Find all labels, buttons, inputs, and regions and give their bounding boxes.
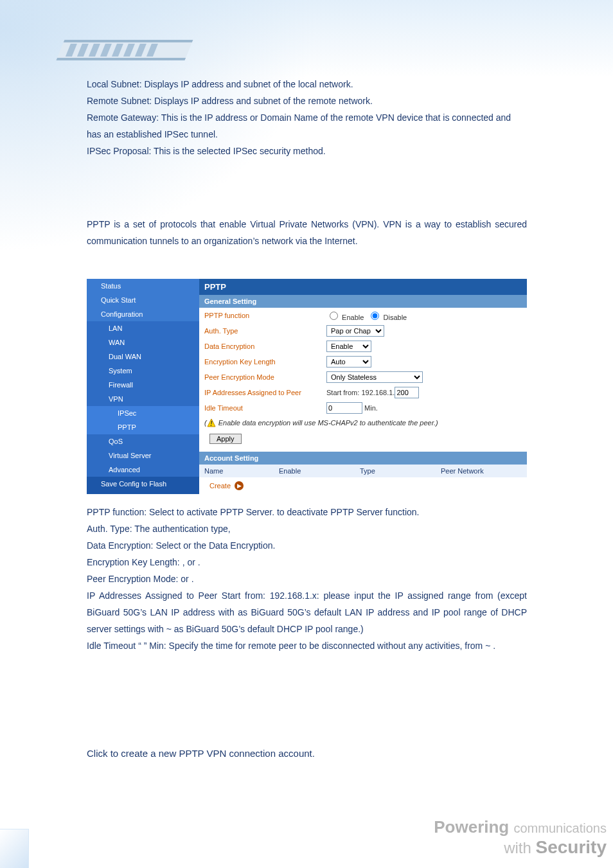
ip-assigned-label: IP Addresses Assigned to Peer	[204, 389, 326, 396]
section-title: PPTP	[199, 279, 527, 295]
text-fragment: Data Encryption: Select	[87, 540, 183, 551]
text-block-field-explanations: PPTP function: Select to activate PPTP S…	[87, 504, 527, 654]
ip-assigned-prefix: Start from: 192.168.1.	[326, 389, 395, 396]
peer-encryption-mode-label: Peer Encryption Mode	[204, 373, 326, 381]
sidebar-item-dual-wan[interactable]: Dual WAN	[87, 350, 199, 364]
text-fragment: as BiGuard 50G’s default DHCP IP pool ra…	[174, 624, 364, 634]
auth-type-label: Auth. Type	[204, 327, 326, 335]
brand-logo	[40, 37, 207, 73]
text-remote-subnet: Remote Subnet: Displays IP address and s…	[87, 93, 527, 109]
text-fragment: Idle Timeout “ ” Min: Specify the time f…	[87, 641, 485, 651]
text-fragment: or	[181, 574, 191, 584]
text-fragment: ~	[485, 641, 493, 651]
sidebar-item-vpn[interactable]: VPN	[87, 392, 199, 406]
auth-type-select[interactable]: Pap or Chap	[326, 325, 384, 337]
col-peer-network: Peer Network	[436, 465, 527, 477]
warning-icon: !	[207, 418, 216, 427]
pptp-config-panel: StatusQuick StartConfigurationLANWANDual…	[87, 279, 527, 494]
text-fragment: .	[493, 641, 495, 651]
text-fragment: or	[187, 557, 197, 567]
encryption-key-length-label: Encryption Key Length	[204, 358, 326, 366]
sidebar-nav: StatusQuick StartConfigurationLANWANDual…	[87, 279, 199, 494]
text-block-definitions: Local Subnet: Displays IP address and su…	[87, 76, 527, 159]
data-encryption-select[interactable]: Enable	[326, 341, 371, 352]
idle-timeout-label: Idle Timeout	[204, 404, 326, 412]
sidebar-item-wan[interactable]: WAN	[87, 335, 199, 350]
encryption-key-length-select[interactable]: Auto	[326, 356, 371, 368]
svg-rect-1	[64, 40, 193, 42]
ip-assigned-input[interactable]	[395, 387, 419, 398]
idle-timeout-unit: Min.	[364, 404, 378, 412]
text-fragment: Encryption Key Length:	[87, 557, 182, 567]
general-setting-header: General Setting	[199, 295, 527, 308]
col-name: Name	[199, 465, 274, 477]
text-fragment: the Data Encryption.	[194, 540, 276, 551]
sidebar-item-virtual-server[interactable]: Virtual Server	[87, 448, 199, 463]
sidebar-item-quick-start[interactable]: Quick Start	[87, 293, 199, 307]
text-remote-gateway: Remote Gateway: This is the IP address o…	[87, 109, 527, 143]
idle-timeout-input[interactable]	[326, 402, 362, 414]
brand-tagline: Powering communications with Security	[434, 817, 607, 858]
account-table-header: Name Enable Type Peer Network	[199, 465, 527, 477]
sidebar-item-advanced[interactable]: Advanced	[87, 463, 199, 477]
col-enable: Enable	[274, 465, 355, 477]
data-encryption-label: Data Encryption	[204, 342, 326, 350]
pptp-function-label: PPTP function	[204, 312, 326, 319]
sidebar-item-lan[interactable]: LAN	[87, 321, 199, 335]
sidebar-item-pptp[interactable]: PPTP	[87, 420, 199, 434]
create-link[interactable]: Create	[209, 482, 231, 490]
peer-encryption-mode-select[interactable]: Only Stateless	[326, 371, 423, 383]
sidebar-item-save-config-to-flash[interactable]: Save Config to Flash	[87, 477, 199, 491]
content-pane: PPTP General Setting PPTP function Enabl…	[199, 279, 527, 494]
account-setting-header: Account Setting	[199, 452, 527, 465]
play-icon[interactable]: ▶	[235, 481, 244, 490]
text-local-subnet: Local Subnet: Displays IP address and su…	[87, 76, 527, 93]
svg-rect-2	[56, 58, 186, 60]
sidebar-item-firewall[interactable]: Firewall	[87, 378, 199, 392]
encryption-note: Enable data encryption will use MS-CHAPv…	[218, 419, 436, 427]
pptp-enable-radio[interactable]: Enable	[326, 310, 364, 321]
sidebar-item-system[interactable]: System	[87, 364, 199, 378]
text-fragment: to activate PPTP Server.	[177, 507, 277, 517]
text-fragment: .	[198, 557, 200, 567]
text-fragment: PPTP function: Select	[87, 507, 177, 517]
text-fragment: ~	[166, 624, 174, 634]
sidebar-item-ipsec[interactable]: IPSec	[87, 406, 199, 420]
svg-rect-0	[56, 40, 193, 60]
text-fragment: .	[191, 574, 194, 584]
text-fragment: IP Addresses Assigned to Peer Start from…	[87, 590, 497, 601]
text-pptp-intro: PPTP is a set of protocols that enable V…	[87, 216, 527, 249]
text-fragment: Peer Encryption Mode:	[87, 574, 181, 584]
text-ipsec-proposal: IPSec Proposal: This is the selected IPS…	[87, 143, 527, 159]
text-create-instruction: Click to create a new PPTP VPN connectio…	[87, 745, 527, 762]
sidebar-item-status[interactable]: Status	[87, 279, 199, 293]
apply-button[interactable]: Apply	[209, 434, 242, 444]
text-fragment: to deactivate PPTP Server function.	[277, 507, 420, 517]
sidebar-item-qos[interactable]: QoS	[87, 434, 199, 448]
col-type: Type	[355, 465, 436, 477]
text-fragment: or	[183, 540, 193, 551]
pptp-disable-radio[interactable]: Disable	[368, 310, 407, 321]
sidebar-item-configuration[interactable]: Configuration	[87, 307, 199, 321]
text-auth-type: Auth. Type: The authentication type,	[87, 520, 527, 537]
page-corner-decoration	[0, 829, 29, 868]
